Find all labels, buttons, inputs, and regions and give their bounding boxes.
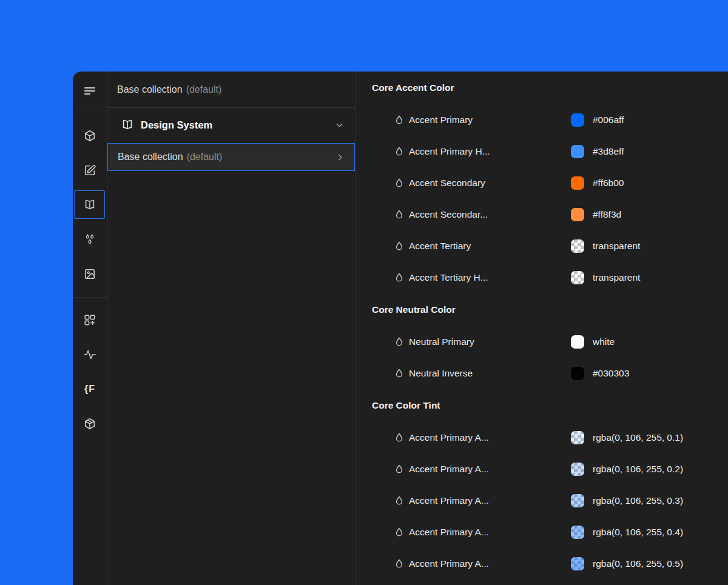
variable-value-group: #ff6b00 <box>571 176 624 190</box>
variable-row[interactable]: Accent Primary A...rgba(0, 106, 255, 0.3… <box>356 485 728 516</box>
color-swatch[interactable] <box>571 557 584 570</box>
code-f-icon[interactable]: {F <box>73 372 107 406</box>
variables-section: Core Color TintAccent Primary A...rgba(0… <box>356 389 728 580</box>
drops-icon[interactable] <box>73 222 107 256</box>
panel-header-suffix: (default) <box>186 84 222 95</box>
droplet-icon <box>395 147 403 156</box>
color-swatch[interactable] <box>571 239 584 253</box>
variable-value: #006aff <box>593 115 624 125</box>
components-icon[interactable] <box>73 303 107 337</box>
variables-list: Core Accent ColorAccent Primary#006affAc… <box>355 72 728 585</box>
section-title: Core Accent Color <box>356 72 728 104</box>
droplet-icon <box>395 241 403 251</box>
chevron-down-icon <box>335 121 344 130</box>
image-icon[interactable] <box>73 256 107 291</box>
color-swatch[interactable] <box>571 367 584 380</box>
variable-value-group: #006aff <box>571 113 624 127</box>
droplet-icon <box>395 527 403 537</box>
chevron-right-icon <box>335 153 345 162</box>
variable-label-group: Neutral Inverse <box>395 368 571 379</box>
variable-row[interactable]: Accent Tertiarytransparent <box>356 230 728 262</box>
variable-label-group: Accent Primary A... <box>395 558 571 569</box>
color-swatch[interactable] <box>571 113 584 127</box>
color-swatch[interactable] <box>571 335 584 349</box>
variable-name: Accent Primary A... <box>409 495 489 506</box>
variable-value-group: #030303 <box>571 367 629 380</box>
color-swatch[interactable] <box>571 463 584 476</box>
section-title: Core Color Tint <box>356 389 728 422</box>
variable-value-group: rgba(0, 106, 255, 0.5) <box>571 557 683 570</box>
variable-value: rgba(0, 106, 255, 0.1) <box>593 432 683 443</box>
variable-name: Neutral Primary <box>409 336 474 347</box>
variable-value-group: rgba(0, 106, 255, 0.3) <box>571 494 683 507</box>
color-swatch[interactable] <box>571 208 584 221</box>
cube-icon[interactable] <box>73 118 107 153</box>
tool-rail: {F <box>73 72 107 585</box>
variable-row[interactable]: Accent Secondary#ff6b00 <box>356 167 728 199</box>
variable-name: Accent Primary <box>409 115 473 125</box>
variable-label-group: Accent Primary H... <box>395 146 571 157</box>
rail-divider <box>73 297 107 298</box>
droplet-icon <box>395 115 403 125</box>
variable-name: Accent Primary A... <box>409 464 489 475</box>
variable-value: transparent <box>593 272 640 283</box>
variable-row[interactable]: Neutral Primarywhite <box>356 326 728 358</box>
droplet-icon <box>395 273 403 282</box>
variable-name: Accent Secondary <box>409 178 485 189</box>
app-window: {F Base collection (default) Design Syst… <box>73 72 728 585</box>
color-swatch[interactable] <box>571 145 584 158</box>
variables-section: Core Accent ColorAccent Primary#006affAc… <box>356 72 728 293</box>
panel-header-title: Base collection <box>117 84 183 95</box>
variable-label-group: Accent Primary A... <box>395 432 571 443</box>
collection-item-selected[interactable]: Base collection (default) <box>107 143 355 171</box>
library-row[interactable]: Design System <box>107 108 355 142</box>
waveform-icon[interactable] <box>73 337 107 372</box>
variable-label-group: Accent Primary <box>395 115 571 125</box>
variable-row[interactable]: Accent Primary H...#3d8eff <box>356 136 728 167</box>
edit-icon[interactable] <box>73 153 107 187</box>
color-swatch[interactable] <box>571 431 584 444</box>
variable-value: rgba(0, 106, 255, 0.3) <box>593 495 683 506</box>
color-swatch[interactable] <box>571 176 584 190</box>
variable-value-group: rgba(0, 106, 255, 0.1) <box>571 431 683 444</box>
library-name: Design System <box>141 119 328 131</box>
variable-row[interactable]: Accent Secondar...#ff8f3d <box>356 199 728 230</box>
variable-value: #3d8eff <box>593 146 624 157</box>
variable-row[interactable]: Accent Primary A...rgba(0, 106, 255, 0.1… <box>356 422 728 453</box>
variable-name: Accent Tertiary <box>409 241 471 252</box>
menu-icon[interactable] <box>73 72 107 110</box>
package-icon[interactable] <box>73 406 107 441</box>
variable-name: Accent Primary A... <box>409 432 489 443</box>
color-swatch[interactable] <box>571 494 584 507</box>
rail-divider <box>73 110 107 110</box>
variable-name: Accent Primary A... <box>409 558 489 569</box>
variable-value-group: white <box>571 335 615 349</box>
variable-value-group: rgba(0, 106, 255, 0.2) <box>571 463 683 476</box>
variable-value-group: #ff8f3d <box>571 208 621 221</box>
variable-row[interactable]: Accent Primary#006aff <box>356 104 728 136</box>
variable-value: #030303 <box>593 368 629 379</box>
droplet-icon <box>395 337 403 347</box>
variables-section: Core Neutral ColorNeutral PrimarywhiteNe… <box>356 293 728 389</box>
variable-name: Accent Tertiary H... <box>409 272 488 283</box>
color-swatch[interactable] <box>571 526 584 539</box>
variable-row[interactable]: Accent Primary A...rgba(0, 106, 255, 0.5… <box>356 548 728 580</box>
color-swatch[interactable] <box>571 271 584 284</box>
variable-value-group: #3d8eff <box>571 145 624 158</box>
section-title: Core Neutral Color <box>356 293 728 326</box>
variable-row[interactable]: Accent Tertiary H...transparent <box>356 262 728 293</box>
droplet-icon <box>395 433 403 443</box>
collections-panel: Base collection (default) Design System … <box>107 72 355 585</box>
library-book-icon[interactable] <box>73 187 107 222</box>
variable-name: Accent Primary H... <box>409 146 490 157</box>
collection-name: Base collection <box>118 152 183 162</box>
variable-label-group: Accent Tertiary <box>395 241 571 252</box>
droplet-icon <box>395 496 403 506</box>
variable-row[interactable]: Accent Primary A...rgba(0, 106, 255, 0.2… <box>356 453 728 485</box>
variable-label-group: Neutral Primary <box>395 336 571 347</box>
variable-row[interactable]: Accent Primary A...rgba(0, 106, 255, 0.4… <box>356 516 728 548</box>
droplet-icon <box>395 464 403 474</box>
variable-value: white <box>593 336 615 347</box>
variable-value-group: transparent <box>571 271 640 284</box>
variable-row[interactable]: Neutral Inverse#030303 <box>356 358 728 389</box>
